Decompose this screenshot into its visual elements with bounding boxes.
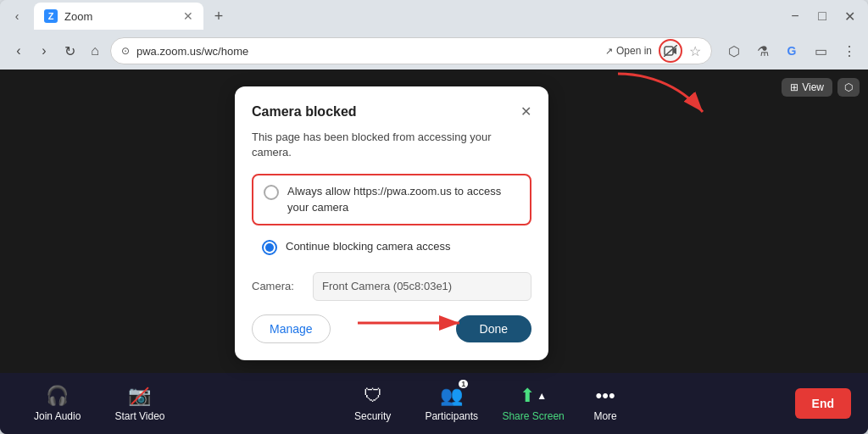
view-icon: ⊞	[790, 81, 798, 93]
popup-actions: Manage Done	[252, 314, 531, 343]
back-forward: ‹	[7, 6, 27, 26]
title-bar: ‹ Z Zoom ✕ + − □ ✕	[0, 0, 868, 32]
camera-select-row: Camera: Front Camera (05c8:03e1)	[252, 272, 531, 301]
join-audio-label: Join Audio	[34, 410, 81, 422]
share-screen-label: Share Screen	[502, 410, 564, 422]
back-button[interactable]: ‹	[7, 39, 31, 63]
svg-rect-0	[665, 47, 673, 55]
tab-title: Zoom	[64, 10, 92, 23]
option-allow-row[interactable]: Always allow https://pwa.zoom.us to acce…	[252, 174, 531, 225]
zoom-toolbar: 🎧 Join Audio 📷 Start Video 🛡 Security 👥	[0, 373, 868, 434]
end-button[interactable]: End	[795, 388, 851, 419]
addr-bar-icons: ⬡ ⚗ G ▭ ⋮	[722, 39, 861, 63]
tab-close-btn[interactable]: ✕	[183, 9, 193, 23]
open-in-button[interactable]: ↗ Open in	[605, 45, 652, 57]
done-button[interactable]: Done	[456, 315, 531, 342]
active-tab[interactable]: Z Zoom ✕	[34, 3, 203, 30]
more-label: More	[593, 410, 616, 422]
bookmark-icon[interactable]: ☆	[689, 43, 701, 59]
option-block-label: Continue blocking camera access	[286, 239, 450, 254]
home-button[interactable]: ⌂	[83, 39, 107, 63]
zoom-video-area: ⊞ View ⬡ Camera bl	[0, 70, 868, 373]
view-label: View	[802, 81, 824, 93]
camera-blocked-icon	[659, 39, 682, 63]
popup-header: Camera blocked ✕	[252, 103, 531, 120]
camera-select-input[interactable]: Front Camera (05c8:03e1)	[313, 272, 531, 301]
toolbar-security[interactable]: 🛡 Security	[337, 385, 408, 422]
browser-window: ‹ Z Zoom ✕ + − □ ✕ ‹ › ↻ ⌂ ⊙ pw	[0, 0, 868, 434]
share-screen-icon-row: ⬆ ▲	[520, 385, 547, 407]
nav-arrows: ‹ › ↻ ⌂	[7, 39, 107, 63]
address-bar-row: ‹ › ↻ ⌂ ⊙ pwa.zoom.us/wc/home ↗ Open in	[0, 32, 868, 70]
open-in-label: Open in	[616, 45, 652, 57]
browser-content: ⊞ View ⬡ Camera bl	[0, 70, 868, 434]
open-in-icon: ↗	[605, 46, 613, 57]
done-arrow-annotation	[353, 306, 472, 343]
security-icon: 🛡	[364, 385, 382, 407]
zoom-favicon: Z	[44, 9, 58, 23]
tab-area: Z Zoom ✕ +	[34, 3, 780, 30]
url-text: pwa.zoom.us/wc/home	[136, 45, 598, 58]
window-controls: − □ ✕	[783, 4, 861, 28]
option-block-row[interactable]: Continue blocking camera access	[252, 232, 531, 262]
participants-label: Participants	[425, 410, 478, 422]
camera-label: Camera:	[252, 280, 303, 292]
option-allow-label: Always allow https://pwa.zoom.us to acce…	[287, 184, 520, 214]
participants-badge: 1	[459, 380, 468, 388]
popup-title: Camera blocked	[252, 104, 357, 120]
address-bar[interactable]: ⊙ pwa.zoom.us/wc/home ↗ Open in ☆	[110, 37, 712, 64]
toolbar-participants[interactable]: 👥 1 Participants	[408, 385, 495, 422]
share-screen-icon: ⬆	[520, 385, 535, 407]
back-dropdown-btn[interactable]: ‹	[7, 6, 27, 26]
start-video-icon-wrapper: 📷	[128, 385, 151, 407]
join-audio-icon: 🎧	[46, 385, 69, 407]
reload-button[interactable]: ↻	[58, 39, 81, 63]
close-button[interactable]: ✕	[837, 4, 861, 28]
participants-icon: 👥	[440, 385, 463, 406]
google-btn[interactable]: G	[780, 39, 804, 63]
start-video-label: Start Video	[114, 410, 164, 422]
extensions-icon-btn[interactable]: ⬡	[722, 39, 746, 63]
minimize-button[interactable]: −	[783, 4, 807, 28]
option-block-radio[interactable]	[262, 240, 277, 255]
participants-icon-wrapper: 👥 1	[440, 385, 463, 407]
sidebar-btn[interactable]: ▭	[809, 39, 832, 63]
share-screen-chevron: ▲	[537, 390, 547, 402]
maximize-button[interactable]: □	[810, 4, 834, 28]
view-button[interactable]: ⊞ View	[782, 78, 832, 97]
camera-blocked-popup: Camera blocked ✕ This page has been bloc…	[235, 86, 548, 360]
red-arrow-annotation	[609, 65, 711, 136]
popup-close-btn[interactable]: ✕	[520, 103, 531, 120]
toolbar-join-audio[interactable]: 🎧 Join Audio	[17, 385, 97, 422]
view-extra-btn[interactable]: ⬡	[837, 78, 860, 97]
security-label: Security	[354, 410, 391, 422]
popup-description: This page has been blocked from accessin…	[252, 130, 531, 160]
more-icon: •••	[596, 385, 615, 407]
view-controls: ⊞ View ⬡	[782, 78, 860, 97]
lab-icon-btn[interactable]: ⚗	[751, 39, 775, 63]
toolbar-share-screen[interactable]: ⬆ ▲ Share Screen	[495, 385, 571, 422]
camera-blocked-icon-wrapper[interactable]	[659, 39, 682, 63]
start-video-icon: 📷	[128, 385, 151, 407]
toolbar-more[interactable]: ••• More	[571, 385, 639, 422]
site-info-icon: ⊙	[121, 45, 130, 57]
forward-button[interactable]: ›	[32, 39, 56, 63]
manage-button[interactable]: Manage	[252, 314, 331, 343]
menu-btn[interactable]: ⋮	[837, 39, 861, 63]
toolbar-start-video[interactable]: 📷 Start Video	[97, 385, 181, 422]
new-tab-button[interactable]: +	[207, 4, 231, 28]
option-allow-radio[interactable]	[264, 185, 279, 200]
